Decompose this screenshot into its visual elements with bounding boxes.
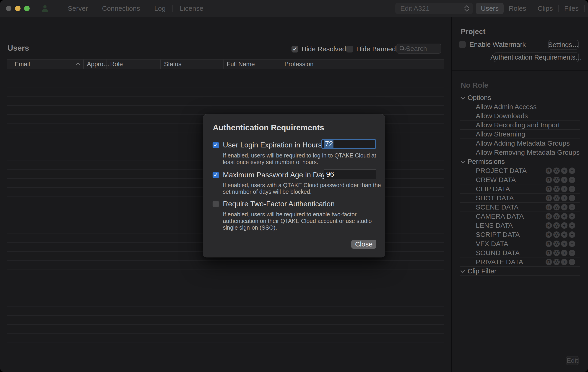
permission-label: SCENE DATA [476,203,518,211]
column-approved-label: Appro… [87,61,109,68]
write-permission-button[interactable]: W [553,177,560,183]
add-permission-button[interactable]: + [561,204,567,210]
write-permission-button[interactable]: W [553,241,560,247]
hide-resolved-filter[interactable]: ✓ Hide Resolved [292,45,346,53]
login-expiration-checkbox[interactable]: ✓ [213,142,219,148]
option-row[interactable]: Allow Adding Metadata Groups [460,139,580,148]
add-permission-button[interactable]: + [561,168,567,174]
remove-permission-button[interactable]: − [569,241,575,247]
options-group-header[interactable]: Options [460,93,580,102]
write-permission-button[interactable]: W [553,204,560,210]
user-account-icon[interactable] [42,5,48,12]
option-label: Allow Admin Access [476,103,537,111]
column-role[interactable]: Role [106,60,160,69]
remove-permission-button[interactable]: − [569,250,575,256]
option-row[interactable]: Allow Removing Metadata Groups [460,148,580,157]
password-age-input[interactable]: 96 [324,169,376,179]
search-placeholder: Search [406,45,427,53]
remove-permission-button[interactable]: − [569,186,575,192]
write-permission-button[interactable]: W [553,222,560,229]
permission-label: LENS DATA [476,222,513,229]
remove-permission-button[interactable]: − [569,168,575,174]
read-permission-button[interactable]: R [546,204,552,210]
two-factor-checkbox[interactable] [213,201,219,207]
remove-permission-button[interactable]: − [569,204,575,210]
enable-watermark-row[interactable]: Enable Watermark [459,41,526,48]
remove-permission-button[interactable]: − [569,213,575,220]
remove-permission-button[interactable]: − [569,231,575,238]
clip-filter-group-label: Clip Filter [468,267,496,275]
remove-permission-button[interactable]: − [569,222,575,229]
remove-permission-button[interactable]: − [569,195,575,201]
write-permission-button[interactable]: W [553,195,560,201]
tab-files[interactable]: Files [559,3,584,14]
close-button[interactable]: Close [351,240,376,249]
remove-permission-button[interactable]: − [569,259,575,265]
read-permission-button[interactable]: R [546,241,552,247]
column-approved[interactable]: Appro… [83,60,106,69]
hide-banned-checkbox[interactable] [346,46,353,53]
authentication-requirements-button[interactable]: Authentication Requirements… [494,53,579,62]
write-permission-button[interactable]: W [553,231,560,238]
option-row[interactable]: Allow Downloads [460,111,580,120]
hide-resolved-label: Hide Resolved [302,45,346,53]
two-factor-label: Require Two-Factor Authentication [223,200,335,208]
write-permission-button[interactable]: W [553,186,560,192]
permission-row: CLIP DATA RW+− [460,184,580,193]
read-permission-button[interactable]: R [546,186,552,192]
enable-watermark-checkbox[interactable] [459,41,466,48]
tab-clips[interactable]: Clips [533,3,558,14]
tab-io[interactable]: IO [585,3,588,14]
read-permission-button[interactable]: R [546,259,552,265]
add-permission-button[interactable]: + [561,231,567,238]
permissions-group-header[interactable]: Permissions [460,157,580,166]
tab-server[interactable]: Server [61,5,95,12]
hide-resolved-checkbox[interactable]: ✓ [292,46,298,53]
add-permission-button[interactable]: + [561,250,567,256]
read-permission-button[interactable]: R [546,195,552,201]
search-input[interactable]: Search [396,43,441,54]
read-permission-button[interactable]: R [546,231,552,238]
option-row[interactable]: Allow Streaming [460,130,580,139]
column-email[interactable]: Email [7,60,83,69]
password-age-checkbox[interactable]: ✓ [213,172,219,178]
hide-banned-filter[interactable]: Hide Banned [346,45,396,53]
traffic-light-minimize-icon[interactable] [15,6,21,11]
input-value: 96 [326,170,334,179]
permission-row: PRIVATE DATA RW+− [460,257,580,266]
edit-role-button[interactable]: Edit [566,356,579,365]
column-profession[interactable]: Profession [281,60,444,69]
tab-connections[interactable]: Connections [95,5,147,12]
tab-log[interactable]: Log [147,5,172,12]
add-permission-button[interactable]: + [561,195,567,201]
add-permission-button[interactable]: + [561,177,567,183]
tab-license[interactable]: License [173,5,210,12]
tab-users[interactable]: Users [476,3,504,14]
read-permission-button[interactable]: R [546,222,552,229]
add-permission-button[interactable]: + [561,213,567,220]
option-row[interactable]: Allow Admin Access [460,102,580,111]
login-expiration-input[interactable]: 72 [321,139,376,149]
write-permission-button[interactable]: W [553,168,560,174]
traffic-light-zoom-icon[interactable] [24,6,30,11]
column-status[interactable]: Status [160,60,223,69]
read-permission-button[interactable]: R [546,177,552,183]
add-permission-button[interactable]: + [561,259,567,265]
clip-filter-group-header[interactable]: Clip Filter [460,266,580,276]
remove-permission-button[interactable]: − [569,177,575,183]
read-permission-button[interactable]: R [546,168,552,174]
option-row[interactable]: Allow Recording and Import [460,120,580,130]
traffic-light-close-icon[interactable] [6,6,11,11]
write-permission-button[interactable]: W [553,213,560,220]
add-permission-button[interactable]: + [561,222,567,229]
tab-roles[interactable]: Roles [504,3,531,14]
read-permission-button[interactable]: R [546,250,552,256]
column-full-name[interactable]: Full Name [223,60,281,69]
add-permission-button[interactable]: + [561,186,567,192]
write-permission-button[interactable]: W [553,250,560,256]
write-permission-button[interactable]: W [553,259,560,265]
read-permission-button[interactable]: R [546,213,552,220]
project-select[interactable]: Edit A321 [395,3,473,14]
watermark-settings-button[interactable]: Settings… [548,40,579,50]
add-permission-button[interactable]: + [561,241,567,247]
